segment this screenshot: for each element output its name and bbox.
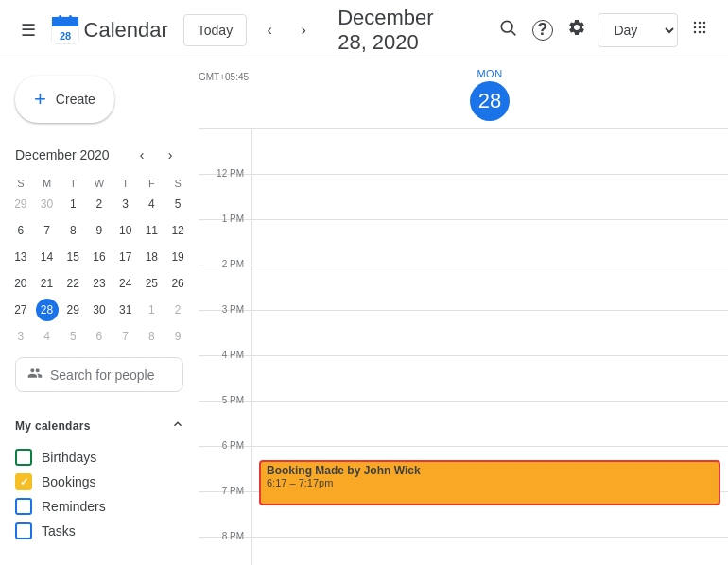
day-col-header: MON 28	[251, 68, 728, 121]
mini-cal-day[interactable]: 2	[88, 193, 111, 215]
create-button[interactable]: + Create	[15, 76, 114, 123]
mini-cal-day[interactable]: 8	[140, 325, 163, 348]
prev-button[interactable]: ‹	[254, 15, 285, 45]
event-block[interactable]: Booking Made by John Wick6:17 – 7:17pm	[259, 460, 720, 505]
calendar-checkbox[interactable]	[15, 449, 32, 466]
mini-cal-day[interactable]: 24	[114, 272, 137, 295]
help-icon: ?	[532, 20, 553, 41]
calendar-item[interactable]: Bookings	[0, 470, 199, 494]
time-row: 4 PM	[199, 356, 728, 402]
prev-icon: ‹	[267, 22, 271, 39]
mini-cal-day[interactable]: 1	[140, 299, 163, 321]
mini-cal-day[interactable]: 9	[166, 325, 189, 348]
calendar-item[interactable]: Birthdays	[0, 445, 199, 470]
mini-cal-day[interactable]: 6	[88, 325, 111, 348]
mini-cal-day[interactable]: 1	[61, 193, 84, 215]
other-calendars-header[interactable]: Other calendars +	[0, 558, 199, 565]
time-slot[interactable]	[251, 356, 728, 401]
my-calendars-title: My calendars	[15, 419, 91, 433]
time-row: 5 PM	[199, 402, 728, 447]
svg-point-12	[702, 22, 705, 25]
mini-cal-day[interactable]: 20	[9, 272, 32, 295]
my-calendars-collapse[interactable]	[165, 413, 191, 439]
calendar-checkbox[interactable]	[15, 473, 32, 490]
mini-cal-day[interactable]: 3	[114, 193, 137, 215]
mini-cal-day[interactable]: 16	[88, 246, 111, 268]
mini-cal-day[interactable]: 11	[140, 219, 163, 242]
mini-cal-day[interactable]: 8	[61, 219, 84, 242]
mini-calendar: December 2020 ‹ › S M T W T F S	[0, 138, 199, 350]
mini-cal-day[interactable]: 18	[140, 246, 163, 268]
calendar-label: Bookings	[42, 474, 96, 489]
mini-cal-day[interactable]: 15	[61, 246, 84, 268]
time-row: 8 PM	[199, 538, 728, 565]
header-date: December 28, 2020	[338, 6, 468, 55]
mini-cal-day[interactable]: 23	[88, 272, 111, 295]
day-name: MON	[477, 68, 502, 79]
my-calendars-header[interactable]: My calendars	[0, 407, 199, 445]
mini-cal-day[interactable]: 6	[9, 219, 32, 242]
time-slot[interactable]	[251, 311, 728, 355]
time-slot[interactable]	[251, 265, 728, 310]
mini-cal-day[interactable]: 2	[166, 299, 189, 321]
calendar-item[interactable]: Tasks	[0, 519, 199, 543]
time-slot[interactable]	[251, 129, 728, 174]
mini-cal-day[interactable]: 19	[166, 246, 189, 268]
mini-cal-day[interactable]: 3	[9, 325, 32, 348]
mini-cal-day[interactable]: 22	[61, 272, 84, 295]
search-button[interactable]	[494, 11, 522, 49]
svg-text:28: 28	[59, 30, 70, 42]
calendar-checkbox[interactable]	[15, 498, 32, 515]
mini-cal-day[interactable]: 26	[166, 272, 189, 295]
help-button[interactable]: ?	[529, 11, 556, 49]
mini-cal-day[interactable]: 29	[61, 299, 84, 321]
time-label: 5 PM	[199, 396, 251, 446]
mini-cal-day[interactable]: 5	[61, 325, 84, 348]
calendar-checkbox[interactable]	[15, 522, 32, 539]
apps-button[interactable]	[685, 11, 713, 49]
mini-cal-day[interactable]: 13	[9, 246, 32, 268]
time-slot[interactable]	[251, 220, 728, 265]
time-label: 2 PM	[199, 260, 251, 310]
next-button[interactable]: ›	[288, 15, 319, 45]
mini-cal-day[interactable]: 27	[9, 299, 32, 321]
event-title: Booking Made by John Wick	[267, 464, 713, 477]
svg-point-11	[698, 22, 701, 25]
mini-cal-day[interactable]: 7	[114, 325, 137, 348]
mini-cal-day[interactable]: 30	[88, 299, 111, 321]
mini-cal-day[interactable]: 17	[114, 246, 137, 268]
mini-cal-day[interactable]: 5	[166, 193, 189, 215]
view-selector[interactable]: Day Week Month Year	[598, 13, 678, 47]
day-number[interactable]: 28	[470, 81, 510, 121]
time-slot[interactable]	[251, 402, 728, 446]
mini-cal-day[interactable]: 7	[36, 219, 59, 242]
mini-cal-day[interactable]: 28	[36, 299, 59, 321]
search-people[interactable]: Search for people	[15, 357, 183, 392]
my-cal-items: BirthdaysBookingsRemindersTasks	[0, 445, 199, 543]
mini-cal-prev[interactable]: ‹	[129, 142, 155, 168]
create-plus-icon: +	[34, 87, 46, 111]
mini-cal-day[interactable]: 31	[114, 299, 137, 321]
menu-button[interactable]: ☰	[15, 11, 43, 49]
day-header: GMT+05:45 MON 28	[199, 60, 728, 129]
mini-cal-nav-buttons: ‹ ›	[129, 142, 183, 168]
mini-cal-day[interactable]: 4	[140, 193, 163, 215]
svg-point-10	[693, 22, 696, 25]
mini-cal-day[interactable]: 14	[36, 246, 59, 268]
today-button[interactable]: Today	[183, 14, 247, 46]
mini-cal-day[interactable]: 10	[114, 219, 137, 242]
calendar-item[interactable]: Reminders	[0, 494, 199, 519]
mini-cal-day[interactable]: 29	[9, 193, 32, 215]
mini-cal-next[interactable]: ›	[157, 142, 183, 168]
mini-cal-day[interactable]: 4	[36, 325, 59, 348]
mini-cal-day[interactable]: 21	[36, 272, 59, 295]
mini-cal-day[interactable]: 25	[140, 272, 163, 295]
mini-cal-day[interactable]: 30	[36, 193, 59, 215]
calendar-label: Birthdays	[42, 450, 96, 465]
time-slot[interactable]	[251, 538, 728, 565]
mini-cal-day[interactable]: 9	[88, 219, 111, 242]
settings-button[interactable]	[563, 11, 591, 49]
time-slot[interactable]	[251, 175, 728, 219]
mini-cal-day[interactable]: 12	[166, 219, 189, 242]
time-label: 8 PM	[199, 532, 251, 565]
